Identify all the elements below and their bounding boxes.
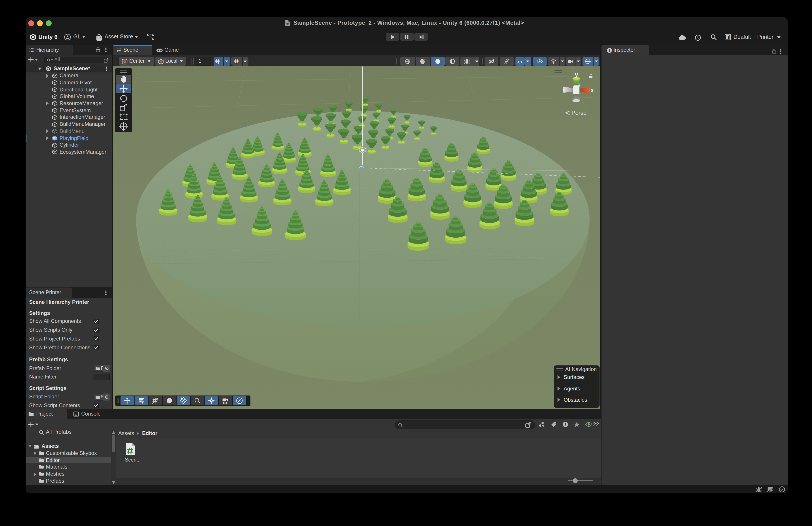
svg-text:AI Navigation: AI Navigation — [565, 366, 597, 372]
svg-text:Agents: Agents — [564, 385, 580, 391]
svg-text:x: x — [590, 87, 594, 94]
svg-text:Persp: Persp — [571, 109, 586, 116]
svg-text:Surfaces: Surfaces — [564, 374, 584, 380]
svg-text:Obstacles: Obstacles — [564, 397, 587, 402]
svg-text:y: y — [575, 71, 578, 78]
